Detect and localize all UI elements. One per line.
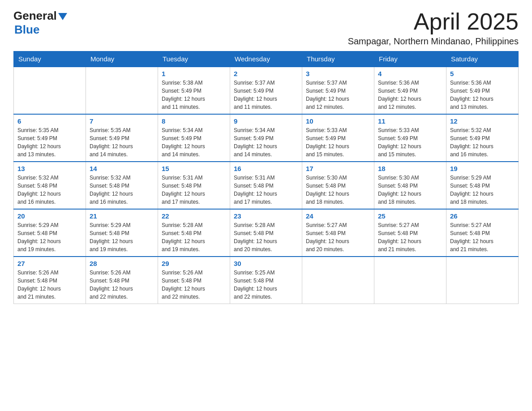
day-info: Sunrise: 5:35 AM Sunset: 5:49 PM Dayligh… — [17, 126, 82, 158]
day-info: Sunrise: 5:34 AM Sunset: 5:49 PM Dayligh… — [162, 126, 226, 158]
header: General Blue April 2025 Sampagar, Northe… — [13, 9, 519, 47]
day-info: Sunrise: 5:27 AM Sunset: 5:48 PM Dayligh… — [378, 221, 442, 253]
day-number: 17 — [306, 165, 370, 172]
week-row-2: 6Sunrise: 5:35 AM Sunset: 5:49 PM Daylig… — [14, 114, 519, 162]
week-row-5: 27Sunrise: 5:26 AM Sunset: 5:48 PM Dayli… — [14, 257, 519, 304]
day-info: Sunrise: 5:33 AM Sunset: 5:49 PM Dayligh… — [306, 126, 370, 158]
day-info: Sunrise: 5:31 AM Sunset: 5:48 PM Dayligh… — [162, 174, 226, 206]
day-number: 28 — [90, 260, 154, 267]
day-info: Sunrise: 5:25 AM Sunset: 5:48 PM Dayligh… — [234, 269, 298, 301]
day-info: Sunrise: 5:26 AM Sunset: 5:48 PM Dayligh… — [162, 269, 226, 301]
calendar-cell: 19Sunrise: 5:29 AM Sunset: 5:48 PM Dayli… — [446, 162, 519, 209]
calendar-cell: 15Sunrise: 5:31 AM Sunset: 5:48 PM Dayli… — [158, 162, 230, 209]
day-info: Sunrise: 5:30 AM Sunset: 5:48 PM Dayligh… — [378, 174, 442, 206]
day-info: Sunrise: 5:30 AM Sunset: 5:48 PM Dayligh… — [306, 174, 370, 206]
day-info: Sunrise: 5:38 AM Sunset: 5:49 PM Dayligh… — [162, 79, 226, 111]
logo-blue-text: Blue — [14, 23, 39, 36]
calendar-cell: 22Sunrise: 5:28 AM Sunset: 5:48 PM Dayli… — [158, 209, 230, 257]
logo-triangle-icon — [58, 13, 67, 20]
day-number: 11 — [378, 117, 442, 125]
day-info: Sunrise: 5:32 AM Sunset: 5:48 PM Dayligh… — [17, 174, 82, 206]
calendar-cell: 10Sunrise: 5:33 AM Sunset: 5:49 PM Dayli… — [302, 114, 374, 162]
day-number: 6 — [17, 117, 82, 125]
header-day-monday: Monday — [86, 51, 158, 67]
week-row-4: 20Sunrise: 5:29 AM Sunset: 5:48 PM Dayli… — [14, 209, 519, 257]
calendar-cell: 11Sunrise: 5:33 AM Sunset: 5:49 PM Dayli… — [374, 114, 446, 162]
header-day-wednesday: Wednesday — [230, 51, 302, 67]
calendar-cell: 16Sunrise: 5:31 AM Sunset: 5:48 PM Dayli… — [230, 162, 302, 209]
calendar-cell — [446, 257, 519, 304]
day-number: 20 — [17, 212, 82, 220]
day-number: 30 — [234, 260, 298, 267]
header-day-tuesday: Tuesday — [158, 51, 230, 67]
calendar-cell: 8Sunrise: 5:34 AM Sunset: 5:49 PM Daylig… — [158, 114, 230, 162]
week-row-3: 13Sunrise: 5:32 AM Sunset: 5:48 PM Dayli… — [14, 162, 519, 209]
calendar-cell: 23Sunrise: 5:28 AM Sunset: 5:48 PM Dayli… — [230, 209, 302, 257]
day-number: 8 — [162, 117, 226, 125]
day-info: Sunrise: 5:29 AM Sunset: 5:48 PM Dayligh… — [90, 221, 154, 253]
title-area: April 2025 Sampagar, Northern Mindanao, … — [348, 9, 519, 47]
calendar-cell: 26Sunrise: 5:27 AM Sunset: 5:48 PM Dayli… — [446, 209, 519, 257]
day-number: 25 — [378, 212, 442, 220]
day-number: 7 — [90, 117, 154, 125]
calendar-cell: 17Sunrise: 5:30 AM Sunset: 5:48 PM Dayli… — [302, 162, 374, 209]
calendar-cell: 21Sunrise: 5:29 AM Sunset: 5:48 PM Dayli… — [86, 209, 158, 257]
header-day-sunday: Sunday — [14, 51, 86, 67]
day-number: 27 — [17, 260, 82, 267]
calendar-cell: 25Sunrise: 5:27 AM Sunset: 5:48 PM Dayli… — [374, 209, 446, 257]
day-number: 5 — [450, 70, 515, 77]
calendar-cell: 5Sunrise: 5:36 AM Sunset: 5:49 PM Daylig… — [446, 67, 519, 114]
calendar-cell: 3Sunrise: 5:37 AM Sunset: 5:49 PM Daylig… — [302, 67, 374, 114]
day-info: Sunrise: 5:32 AM Sunset: 5:49 PM Dayligh… — [450, 126, 515, 158]
calendar-cell: 27Sunrise: 5:26 AM Sunset: 5:48 PM Dayli… — [14, 257, 86, 304]
day-info: Sunrise: 5:28 AM Sunset: 5:48 PM Dayligh… — [234, 221, 298, 253]
day-info: Sunrise: 5:33 AM Sunset: 5:49 PM Dayligh… — [378, 126, 442, 158]
calendar-cell: 7Sunrise: 5:35 AM Sunset: 5:49 PM Daylig… — [86, 114, 158, 162]
logo-general-text: General — [13, 9, 57, 23]
day-info: Sunrise: 5:36 AM Sunset: 5:49 PM Dayligh… — [450, 79, 515, 111]
day-number: 15 — [162, 165, 226, 172]
day-number: 9 — [234, 117, 298, 125]
day-number: 1 — [162, 70, 226, 77]
day-info: Sunrise: 5:29 AM Sunset: 5:48 PM Dayligh… — [17, 221, 82, 253]
day-info: Sunrise: 5:27 AM Sunset: 5:48 PM Dayligh… — [306, 221, 370, 253]
day-number: 12 — [450, 117, 515, 125]
day-number: 18 — [378, 165, 442, 172]
calendar-cell: 28Sunrise: 5:26 AM Sunset: 5:48 PM Dayli… — [86, 257, 158, 304]
day-info: Sunrise: 5:37 AM Sunset: 5:49 PM Dayligh… — [306, 79, 370, 111]
calendar-cell — [14, 67, 86, 114]
day-number: 29 — [162, 260, 226, 267]
day-number: 4 — [378, 70, 442, 77]
calendar-cell — [302, 257, 374, 304]
day-info: Sunrise: 5:32 AM Sunset: 5:48 PM Dayligh… — [90, 174, 154, 206]
calendar-cell: 29Sunrise: 5:26 AM Sunset: 5:48 PM Dayli… — [158, 257, 230, 304]
day-info: Sunrise: 5:26 AM Sunset: 5:48 PM Dayligh… — [90, 269, 154, 301]
header-day-thursday: Thursday — [302, 51, 374, 67]
day-number: 14 — [90, 165, 154, 172]
day-number: 3 — [306, 70, 370, 77]
day-number: 26 — [450, 212, 515, 220]
calendar-cell — [374, 257, 446, 304]
header-day-friday: Friday — [374, 51, 446, 67]
day-info: Sunrise: 5:36 AM Sunset: 5:49 PM Dayligh… — [378, 79, 442, 111]
day-number: 19 — [450, 165, 515, 172]
calendar-cell: 2Sunrise: 5:37 AM Sunset: 5:49 PM Daylig… — [230, 67, 302, 114]
logo: General Blue — [13, 9, 67, 37]
day-number: 24 — [306, 212, 370, 220]
calendar-cell: 20Sunrise: 5:29 AM Sunset: 5:48 PM Dayli… — [14, 209, 86, 257]
day-info: Sunrise: 5:37 AM Sunset: 5:49 PM Dayligh… — [234, 79, 298, 111]
calendar-cell: 14Sunrise: 5:32 AM Sunset: 5:48 PM Dayli… — [86, 162, 158, 209]
week-row-1: 1Sunrise: 5:38 AM Sunset: 5:49 PM Daylig… — [14, 67, 519, 114]
calendar-cell: 6Sunrise: 5:35 AM Sunset: 5:49 PM Daylig… — [14, 114, 86, 162]
day-number: 2 — [234, 70, 298, 77]
day-info: Sunrise: 5:29 AM Sunset: 5:48 PM Dayligh… — [450, 174, 515, 206]
day-info: Sunrise: 5:26 AM Sunset: 5:48 PM Dayligh… — [17, 269, 82, 301]
day-number: 22 — [162, 212, 226, 220]
calendar-cell: 4Sunrise: 5:36 AM Sunset: 5:49 PM Daylig… — [374, 67, 446, 114]
day-info: Sunrise: 5:35 AM Sunset: 5:49 PM Dayligh… — [90, 126, 154, 158]
calendar-cell: 24Sunrise: 5:27 AM Sunset: 5:48 PM Dayli… — [302, 209, 374, 257]
day-info: Sunrise: 5:31 AM Sunset: 5:48 PM Dayligh… — [234, 174, 298, 206]
header-day-saturday: Saturday — [446, 51, 519, 67]
day-number: 23 — [234, 212, 298, 220]
day-number: 16 — [234, 165, 298, 172]
